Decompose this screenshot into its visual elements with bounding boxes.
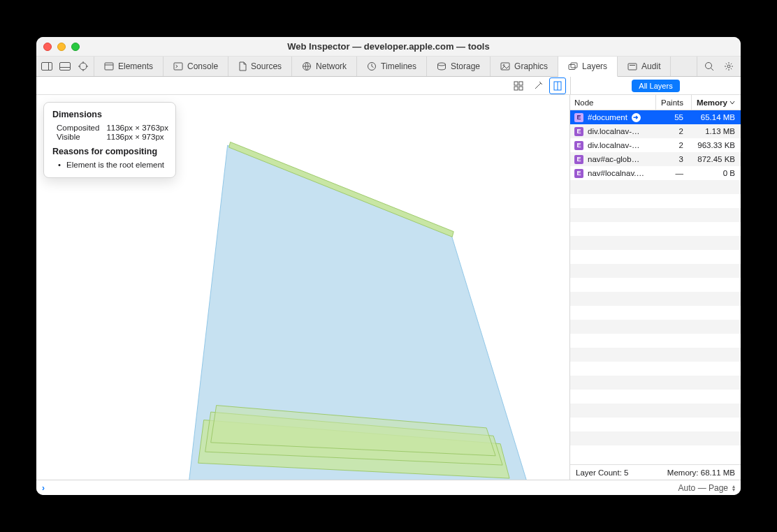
table-rows: E#document➜ 55 65.14 MB Ediv.localnav-… … (570, 110, 741, 464)
table-row[interactable]: Enav#ac-glob… 3 872.45 KB (570, 152, 741, 166)
col-memory[interactable]: Memory (691, 95, 735, 110)
svg-point-22 (727, 65, 730, 68)
tabs: Elements Console Sources Network Timelin… (94, 57, 697, 76)
zoom-window-button[interactable] (71, 43, 80, 51)
col-paints[interactable]: Paints (655, 95, 683, 110)
paints-cell: 55 (674, 113, 683, 121)
svg-point-4 (80, 63, 87, 70)
inspect-element-icon[interactable] (74, 57, 92, 76)
table-row[interactable]: Ediv.localnav-… 2 963.33 KB (570, 138, 741, 152)
element-badge: E (574, 169, 583, 178)
table-row[interactable]: E#document➜ 55 65.14 MB (570, 110, 741, 124)
tab-audit[interactable]: Audit (618, 57, 671, 76)
execution-context-picker[interactable]: Auto — Page ▴▾ (678, 483, 735, 493)
table-header: Node Paints Memory (570, 95, 741, 110)
layers-summary: Layer Count: 5 Memory: 68.11 MB (570, 464, 741, 480)
tab-bar: Elements Console Sources Network Timelin… (36, 57, 741, 77)
svg-rect-18 (571, 63, 577, 68)
svg-point-14 (438, 63, 446, 66)
dock-right-icon[interactable] (38, 57, 56, 76)
tab-network[interactable]: Network (292, 57, 357, 76)
canvas-view-controls (506, 77, 570, 94)
svg-rect-26 (519, 87, 523, 90)
inspector-window: Web Inspector — developer.apple.com — to… (36, 37, 741, 495)
svg-rect-9 (105, 63, 113, 70)
tab-console[interactable]: Console (164, 57, 228, 76)
tab-layers[interactable]: Layers (558, 57, 618, 77)
search-icon[interactable] (700, 57, 718, 76)
layers-scope-bar: All Layers (570, 77, 741, 94)
grid-view-icon[interactable] (510, 77, 527, 94)
layers-sidebar: Node Paints Memory E#document➜ 55 65.14 … (570, 95, 741, 480)
tab-sources[interactable]: Sources (228, 57, 292, 76)
svg-rect-17 (569, 65, 575, 70)
element-badge: E (574, 141, 583, 150)
element-badge: E (574, 155, 583, 164)
tab-label: Timelines (381, 61, 416, 71)
layer-info-popover: Dimensions Composited 1136px × 3763px Vi… (43, 102, 176, 178)
svg-rect-23 (514, 82, 518, 85)
visible-value: 1136px × 973px (106, 133, 168, 141)
svg-rect-11 (174, 63, 182, 70)
window-controls (43, 43, 80, 51)
svg-rect-25 (514, 87, 518, 90)
svg-point-20 (706, 63, 712, 69)
stepper-icon: ▴▾ (732, 485, 735, 492)
tabbar-right (697, 57, 741, 76)
table-row[interactable]: Enav#localnav.… — 0 B (570, 166, 741, 180)
col-node[interactable]: Node (574, 98, 653, 107)
chevron-down-icon (729, 100, 735, 105)
paint-flashing-icon[interactable] (530, 77, 546, 94)
svg-line-21 (711, 68, 714, 71)
dock-bottom-icon[interactable] (56, 57, 74, 76)
table-row[interactable]: Ediv.localnav-… 2 1.13 MB (570, 124, 741, 138)
tab-label: Console (187, 61, 218, 71)
reason-text: Element is the root element (66, 161, 164, 169)
content-area: Dimensions Composited 1136px × 3763px Vi… (36, 95, 741, 480)
quick-console[interactable]: › Auto — Page ▴▾ (36, 480, 741, 495)
element-badge: E (574, 127, 583, 136)
element-badge: E (574, 113, 583, 122)
content-toolbar: All Layers (36, 77, 741, 95)
tab-timelines[interactable]: Timelines (357, 57, 427, 76)
dock-controls (36, 57, 94, 76)
layers-3d-canvas[interactable]: Dimensions Composited 1136px × 3763px Vi… (36, 95, 570, 480)
all-layers-pill[interactable]: All Layers (632, 80, 679, 92)
svg-rect-0 (42, 63, 52, 71)
tab-label: Elements (118, 61, 153, 71)
composited-label: Composited (57, 124, 99, 132)
dimensions-heading: Dimensions (52, 110, 167, 119)
layer-count: Layer Count: 5 (576, 468, 628, 477)
reveal-icon[interactable]: ➜ (632, 113, 641, 122)
visible-label: Visible (57, 133, 99, 141)
tab-label: Audit (641, 61, 660, 71)
tab-label: Layers (582, 61, 607, 71)
tab-label: Graphics (514, 61, 548, 71)
total-memory: Memory: 68.11 MB (667, 468, 735, 477)
memory-cell: 65.14 MB (701, 113, 735, 121)
tab-elements[interactable]: Elements (94, 57, 164, 76)
minimize-window-button[interactable] (57, 43, 66, 51)
close-window-button[interactable] (43, 43, 52, 51)
titlebar: Web Inspector — developer.apple.com — to… (36, 37, 741, 57)
svg-rect-2 (60, 63, 71, 71)
window-title: Web Inspector — developer.apple.com — to… (36, 41, 741, 52)
console-prompt-icon: › (42, 483, 45, 493)
tab-label: Network (316, 61, 347, 71)
svg-rect-24 (519, 82, 523, 85)
layer-borders-icon[interactable] (549, 77, 566, 94)
settings-gear-icon[interactable] (720, 57, 738, 76)
tab-label: Sources (251, 61, 282, 71)
composited-value: 1136px × 3763px (106, 124, 168, 132)
reasons-heading: Reasons for compositing (52, 147, 167, 156)
tab-graphics[interactable]: Graphics (491, 57, 558, 76)
tab-label: Storage (451, 61, 480, 71)
tab-storage[interactable]: Storage (427, 57, 491, 76)
svg-rect-19 (628, 64, 637, 70)
svg-point-16 (503, 65, 504, 66)
